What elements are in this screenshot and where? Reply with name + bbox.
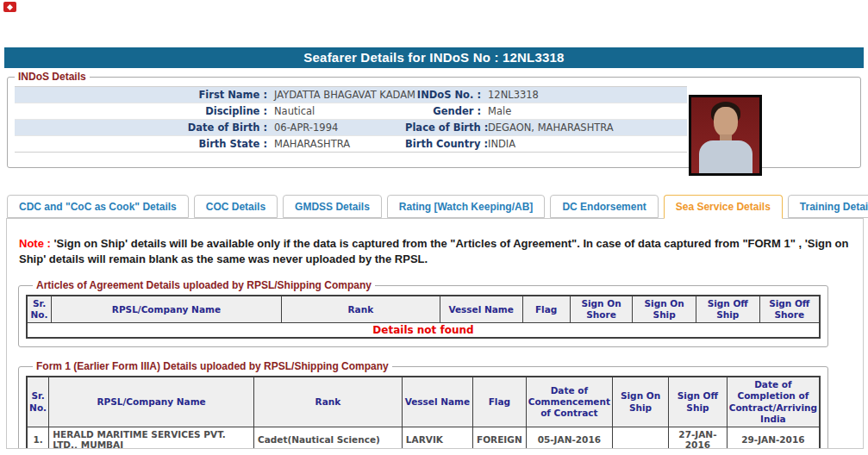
seafarer-photo <box>689 95 762 176</box>
tab-coc-details[interactable]: COC Details <box>194 195 278 218</box>
aoa-header-row: Sr. No. RPSL/Company Name Rank Vessel Na… <box>27 296 820 323</box>
indos-no-value: 12NL3318 <box>481 89 687 101</box>
gender-label: Gender : <box>405 105 481 117</box>
indos-no-label: INDoS No. : <box>405 89 481 101</box>
form1-header-rank: Rank <box>253 377 402 427</box>
tab-content-panel: Note : 'Sign on Ship' details will be av… <box>6 218 864 449</box>
birth-country-value: INDIA <box>481 138 687 150</box>
indos-row-4: Birth State : MAHARASHTRA Birth Country … <box>15 136 687 153</box>
tab-bar: CDC and "CoC as Cook" Details COC Detail… <box>7 195 868 219</box>
page-title: Seafarer Details for INDoS No : 12NL3318 <box>4 47 864 68</box>
note-prefix: Note : <box>19 237 51 250</box>
indos-details-legend: INDoS Details <box>15 71 90 83</box>
articles-of-agreement-table: Sr. No. RPSL/Company Name Rank Vessel Na… <box>26 295 821 339</box>
form1-fieldset: Form 1 (Earlier Form IIIA) Details uploa… <box>18 360 828 449</box>
form1-legend: Form 1 (Earlier Form IIIA) Details uploa… <box>33 360 392 372</box>
form1-cell-rank: Cadet(Nautical Science) <box>253 427 402 449</box>
first-name-label: First Name : <box>15 89 267 101</box>
aoa-header-flag: Flag <box>522 296 570 323</box>
form1-header-vessel-name: Vessel Name <box>402 377 472 427</box>
aoa-header-vessel-name: Vessel Name <box>440 296 522 323</box>
form1-header-date-completion: Date of Completion of Contract/Arriving … <box>727 377 820 427</box>
photo-shirt-shape <box>699 140 752 175</box>
note-body: 'Sign on Ship' details will be available… <box>19 237 848 265</box>
indos-row-1: First Name : JAYDATTA BHAGAVAT KADAM IND… <box>15 87 687 103</box>
aoa-header-sign-off-ship: Sign Off Ship <box>696 296 759 323</box>
indos-row-3: Date of Birth : 06-APR-1994 Place of Bir… <box>15 120 687 136</box>
birth-country-label: Birth Country : <box>405 138 481 150</box>
form1-cell-sign-off-ship: 27-JAN-2016 <box>669 427 727 449</box>
gender-value: Male <box>481 105 687 117</box>
form1-table: Sr. No. RPSL/Company Name Rank Vessel Na… <box>26 376 821 449</box>
aoa-header-rank: Rank <box>281 296 440 323</box>
tab-dc-endorsement[interactable]: DC Endorsement <box>550 195 658 218</box>
discipline-label: Discipline : <box>15 105 267 117</box>
aoa-empty-row: Details not found <box>27 323 820 339</box>
articles-of-agreement-fieldset: Articles of Agreement Details uploaded b… <box>18 279 828 347</box>
birth-state-value: MAHARASHTRA <box>267 138 405 150</box>
aoa-header-sign-on-ship: Sign On Ship <box>633 296 696 323</box>
form1-header-flag: Flag <box>473 377 527 427</box>
form1-header-sign-on-ship: Sign On Ship <box>612 377 668 427</box>
form1-cell-sr-no: 1. <box>27 427 49 449</box>
form1-header-rpsl-company: RPSL/Company Name <box>49 377 254 427</box>
place-of-birth-label: Place of Birth : <box>405 122 481 134</box>
form1-cell-date-commencement: 05-JAN-2016 <box>526 427 612 449</box>
form1-cell-vessel-name: LARVIK <box>402 427 472 449</box>
date-of-birth-value: 06-APR-1994 <box>267 122 405 134</box>
indos-details-grid: First Name : JAYDATTA BHAGAVAT KADAM IND… <box>15 86 687 153</box>
tab-cdc-coc-cook-details[interactable]: CDC and "CoC as Cook" Details <box>7 195 189 218</box>
details-not-found-message: Details not found <box>27 323 820 339</box>
articles-of-agreement-legend: Articles of Agreement Details uploaded b… <box>33 279 375 291</box>
place-of-birth-value: DEGAON, MAHARASHTRA <box>481 122 687 134</box>
aoa-header-sign-on-shore: Sign On Shore <box>570 296 633 323</box>
aoa-header-rpsl-company: RPSL/Company Name <box>52 296 282 323</box>
form1-cell-flag: FOREIGN <box>473 427 527 449</box>
record-badge-dot-icon <box>7 3 13 9</box>
indos-row-2: Discipline : Nautical Gender : Male <box>15 103 687 120</box>
tab-sea-service-details[interactable]: Sea Service Details <box>664 195 783 219</box>
form1-header-sign-off-ship: Sign Off Ship <box>669 377 727 427</box>
date-of-birth-label: Date of Birth : <box>15 122 267 134</box>
form1-cell-rpsl-company: HERALD MARITIME SERVICES PVT. LTD., MUMB… <box>49 427 254 449</box>
tab-rating-watch-keeping-ab[interactable]: Rating [Watch Keeping/AB] <box>387 195 546 218</box>
photo-face-shape <box>714 107 738 137</box>
record-badge-icon <box>3 2 16 12</box>
form1-header-sr-no: Sr. No. <box>27 377 49 427</box>
form1-cell-date-completion: 29-JAN-2016 <box>727 427 820 449</box>
form1-cell-sign-on-ship <box>612 427 668 449</box>
tab-training-details[interactable]: Training Details <box>788 195 868 218</box>
form1-data-row: 1. HERALD MARITIME SERVICES PVT. LTD., M… <box>27 427 820 449</box>
form1-header-date-commencement: Date of Commencement of Contract <box>526 377 612 427</box>
birth-state-label: Birth State : <box>15 138 267 150</box>
sign-on-ship-note: Note : 'Sign on Ship' details will be av… <box>19 236 851 266</box>
form1-header-row: Sr. No. RPSL/Company Name Rank Vessel Na… <box>27 377 820 427</box>
indos-details-fieldset: INDoS Details First Name : JAYDATTA BHAG… <box>7 71 861 168</box>
aoa-header-sr-no: Sr. No. <box>27 296 52 323</box>
tab-gmdss-details[interactable]: GMDSS Details <box>283 195 382 218</box>
discipline-value: Nautical <box>267 105 405 117</box>
first-name-value: JAYDATTA BHAGAVAT KADAM <box>267 89 405 101</box>
aoa-header-sign-off-shore: Sign Off Shore <box>759 296 820 323</box>
